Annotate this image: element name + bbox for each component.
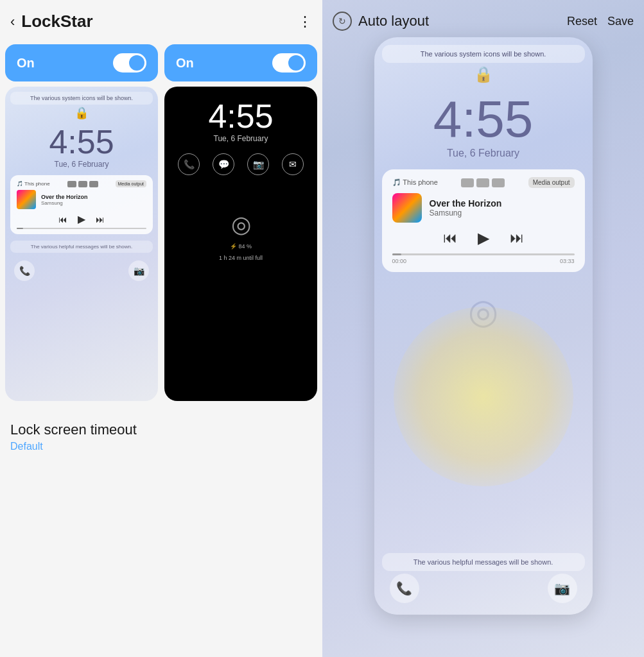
shortcut-camera-icon[interactable]: 📷 <box>128 260 149 281</box>
media-icon-2 <box>78 181 87 187</box>
toggle-knob-2 <box>288 55 304 71</box>
dark-shortcut-phone[interactable]: 📞 <box>178 153 200 175</box>
lock-icon-light: 🔒 <box>5 106 158 120</box>
big-media-card: 🎵 This phone Media output Over the Horiz… <box>382 169 585 272</box>
next-button[interactable]: ⏭ <box>96 214 105 225</box>
big-song-artist: Samsung <box>430 209 502 218</box>
big-media-text: Over the Horizon Samsung <box>430 198 502 218</box>
big-phone-date: Tue, 6 February <box>374 148 593 159</box>
media-output-btn[interactable]: Media output <box>116 180 146 187</box>
dark-phone-time: 4:55 <box>164 99 317 133</box>
big-fingerprint-icon: ◎ <box>374 291 593 332</box>
save-button[interactable]: Save <box>607 15 634 28</box>
light-media-card: 🎵 This phone Media output Over the Horiz… <box>10 175 153 234</box>
big-prev-button[interactable]: ⏮ <box>443 230 457 246</box>
yellow-orb-decoration <box>394 307 573 486</box>
media-text: Over the Horizon Samsung <box>41 194 146 206</box>
album-art <box>17 190 36 209</box>
toggle-label-2: On <box>176 56 194 71</box>
right-header-left: ↻ Auto layout <box>333 12 429 31</box>
big-time-labels: 00:00 03:33 <box>392 258 575 264</box>
progress-bar <box>17 228 146 229</box>
big-phone-bottom-bar: The various helpful messages will be sho… <box>382 553 585 571</box>
big-phone-wrapper: The various system icons will be shown. … <box>322 37 644 657</box>
right-header: ↻ Auto layout Reset Save <box>322 0 644 37</box>
refresh-icon: ↻ <box>338 16 346 26</box>
dark-shortcut-msg[interactable]: 💬 <box>213 153 234 175</box>
media-top-row: 🎵 This phone Media output <box>17 180 146 187</box>
shortcut-phone-icon[interactable]: 📞 <box>14 260 35 281</box>
big-album-art <box>392 193 422 223</box>
dark-phone-preview[interactable]: 4:55 Tue, 6 February 📞 💬 📷 ✉ ◎ ⚡ 84 % 1 … <box>164 87 317 401</box>
light-phone-date: Tue, 6 February <box>5 160 158 169</box>
lock-timeout-value: Default <box>10 441 312 452</box>
light-phone-preview[interactable]: The various system icons will be shown. … <box>5 87 158 401</box>
big-progress-bar <box>392 253 575 255</box>
big-phone-preview: The various system icons will be shown. … <box>374 37 593 615</box>
previews-row: The various system icons will be shown. … <box>0 87 322 409</box>
right-panel: ↻ Auto layout Reset Save The various sys… <box>322 0 644 657</box>
song-artist: Samsung <box>41 200 146 206</box>
toggle-switch-1[interactable] <box>113 53 146 73</box>
media-info-row: Over the Horizon Samsung <box>17 190 146 209</box>
auto-layout-icon: ↻ <box>333 12 352 31</box>
app-title: LockStar <box>21 12 92 31</box>
big-media-output-btn[interactable]: Media output <box>528 177 575 188</box>
battery-text: ⚡ 84 % <box>164 243 317 250</box>
big-media-controls: ⏮ ▶ ⏭ <box>392 229 575 247</box>
big-next-button[interactable]: ⏭ <box>510 230 524 246</box>
media-controls: ⏮ ▶ ⏭ <box>17 213 146 225</box>
media-icon-3 <box>89 181 98 187</box>
light-phone-bottom-bar: The various helpful messages will be sho… <box>10 241 153 253</box>
big-progress-fill <box>392 253 401 255</box>
toggle-card-2[interactable]: On <box>164 44 317 81</box>
big-media-icon-3 <box>492 178 505 187</box>
dark-shortcut-cam[interactable]: 📷 <box>247 153 269 175</box>
lock-timeout-title: Lock screen timeout <box>10 422 312 438</box>
big-media-icon-1 <box>461 178 474 187</box>
big-media-source: 🎵 This phone <box>392 178 438 187</box>
light-phone-top-bar: The various system icons will be shown. <box>10 92 153 105</box>
left-panel: ‹ LockStar ⋮ On On The various system ic… <box>0 0 322 657</box>
big-media-top: 🎵 This phone Media output <box>392 177 575 188</box>
big-phone-top-bar: The various system icons will be shown. <box>382 45 585 63</box>
big-shortcut-phone[interactable]: 📞 <box>390 574 419 603</box>
big-shortcut-camera[interactable]: 📷 <box>548 574 577 603</box>
dark-shortcut-mail[interactable]: ✉ <box>282 153 304 175</box>
header-left: ‹ LockStar <box>10 12 93 31</box>
big-time-end: 03:33 <box>560 258 575 264</box>
lock-timeout-section[interactable]: Lock screen timeout Default <box>0 409 322 465</box>
dark-phone-shortcuts: 📞 💬 📷 ✉ <box>164 143 317 185</box>
more-options-icon[interactable]: ⋮ <box>298 13 312 30</box>
big-media-icons <box>461 178 505 187</box>
progress-fill <box>17 228 23 229</box>
media-icon-1 <box>67 181 76 187</box>
right-header-actions: Reset Save <box>567 15 634 28</box>
media-icons <box>67 181 98 187</box>
play-button[interactable]: ▶ <box>78 213 85 225</box>
toggle-card-1[interactable]: On <box>5 44 158 81</box>
big-media-icon-2 <box>476 178 489 187</box>
big-phone-shortcuts: 📞 📷 <box>374 574 593 603</box>
big-play-button[interactable]: ▶ <box>478 229 489 247</box>
battery-subtext: 1 h 24 m until full <box>164 255 317 261</box>
big-phone-time: 4:55 <box>374 94 593 145</box>
toggles-row: On On <box>0 39 322 87</box>
prev-button[interactable]: ⏮ <box>58 214 67 225</box>
big-song-title: Over the Horizon <box>430 198 502 209</box>
toggle-label-1: On <box>17 56 35 71</box>
light-phone-shortcuts: 📞 📷 <box>5 255 158 286</box>
back-icon[interactable]: ‹ <box>10 13 15 30</box>
big-media-info: Over the Horizon Samsung <box>392 193 575 223</box>
media-source: 🎵 This phone <box>17 181 50 187</box>
toggle-knob-1 <box>129 55 144 71</box>
dark-phone-date: Tue, 6 February <box>164 134 317 143</box>
reset-button[interactable]: Reset <box>567 15 597 28</box>
big-time-start: 00:00 <box>392 258 407 264</box>
fingerprint-icon-dark: ◎ <box>164 211 317 238</box>
light-phone-time: 4:55 <box>5 125 158 158</box>
auto-layout-title: Auto layout <box>358 13 429 30</box>
big-phone-lock-icon: 🔒 <box>374 65 593 83</box>
toggle-switch-2[interactable] <box>272 53 306 73</box>
song-title: Over the Horizon <box>41 194 146 200</box>
